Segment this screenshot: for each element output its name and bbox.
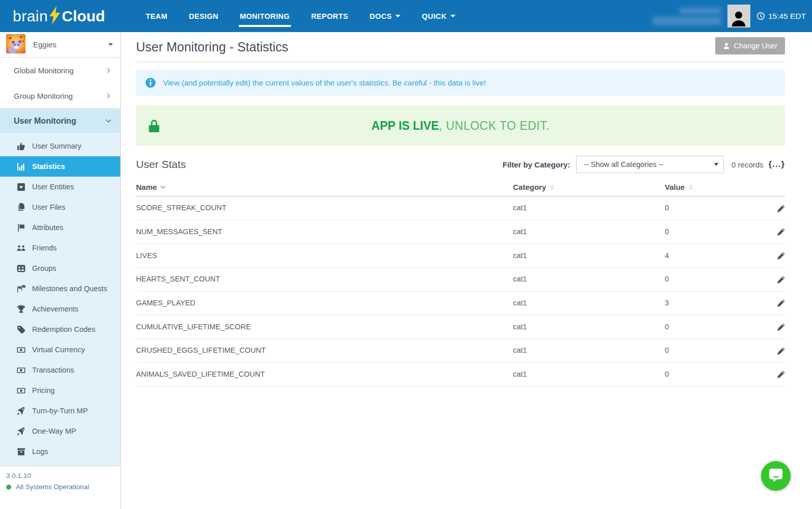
app-icon: [6, 34, 25, 55]
sidebar-item-user-entities[interactable]: User Entities: [0, 177, 120, 197]
user-stats-toolbar: User Stats Filter by Category: -- Show a…: [136, 153, 785, 176]
user-monitoring-menu: User Summary Statistics User Entities Us…: [0, 133, 120, 466]
sidebar-item-milestones-and-quests[interactable]: Milestones and Quests: [0, 278, 120, 299]
edit-icon[interactable]: [777, 370, 785, 379]
sort-by-category[interactable]: Category: [513, 183, 555, 191]
nav-design[interactable]: DESIGN: [178, 0, 229, 32]
stat-value: 4: [665, 244, 765, 268]
edit-icon[interactable]: [777, 346, 785, 355]
stat-value: 0: [665, 315, 765, 339]
user-stats-table: Name Category Value SCORE_STREAK_COUNT c…: [136, 178, 785, 386]
archive-icon: [17, 447, 25, 456]
caret-down-icon: [450, 15, 455, 17]
sidebar-section-user-monitoring[interactable]: User Monitoring: [0, 108, 120, 133]
table-row: HEARTS_SENT_COUNT cat1 0: [136, 268, 785, 292]
app-live-banner[interactable]: APP IS LIVE, UNLOCK TO EDIT.: [136, 105, 785, 146]
edit-icon[interactable]: [777, 251, 785, 260]
info-banner: View (and potentially edit) the current …: [136, 70, 785, 96]
nav-monitoring[interactable]: MONITORING: [229, 0, 301, 32]
sidebar-item-attributes[interactable]: Attributes: [0, 217, 120, 238]
logo-text-cloud: Cloud: [62, 8, 105, 25]
main-nav: TEAM DESIGN MONITORING REPORTS DOCS QUIC…: [135, 0, 466, 32]
sidebar-item-virtual-currency[interactable]: Virtual Currency: [0, 340, 120, 360]
clock-icon: [756, 12, 765, 20]
stat-name: HEARTS_SENT_COUNT: [136, 268, 513, 292]
sort-icon: [688, 184, 694, 191]
sort-desc-icon: [160, 184, 166, 190]
sidebar-item-friends[interactable]: Friends: [0, 238, 120, 258]
edit-icon[interactable]: [777, 299, 785, 307]
bar-chart-icon: [17, 162, 25, 171]
status-text: All Systems Operational: [16, 483, 89, 491]
lock-icon: [147, 119, 161, 133]
edit-icon[interactable]: [777, 322, 785, 331]
files-icon: [17, 203, 25, 212]
table-header-row: Name Category Value: [136, 178, 785, 196]
status-ok-icon: [6, 485, 11, 490]
chevron-down-icon: [105, 118, 112, 125]
table-row: SCORE_STREAK_COUNT cat1 0: [136, 196, 785, 220]
users-icon: [17, 244, 25, 252]
page-header: User Monitoring - Statistics: [136, 32, 785, 62]
nav-team[interactable]: TEAM: [135, 0, 178, 32]
edit-icon[interactable]: [777, 228, 785, 236]
sidebar-item-user-files[interactable]: User Files: [0, 197, 120, 217]
chevron-right-icon: [105, 93, 112, 99]
category-filter-select[interactable]: -- Show all Categories --: [576, 156, 724, 173]
sidebar-item-redemption-codes[interactable]: Redemption Codes: [0, 319, 120, 340]
stat-category: cat1: [513, 244, 665, 268]
sidebar-item-transactions[interactable]: Transactions: [0, 360, 120, 380]
caret-square-icon: [17, 183, 25, 191]
stat-category: cat1: [513, 291, 665, 315]
nav-quick[interactable]: QUICK: [411, 0, 466, 32]
redacted-username: [680, 8, 721, 14]
raw-json-button[interactable]: {...}: [769, 159, 785, 169]
tag-icon: [17, 325, 25, 334]
stat-name: LIVES: [136, 244, 513, 268]
sort-by-value[interactable]: Value: [665, 183, 694, 191]
rocket-icon: [17, 407, 25, 415]
sidebar-item-one-way-mp[interactable]: One-Way MP: [0, 421, 120, 441]
app-name: Eggies: [33, 40, 57, 49]
edit-icon[interactable]: [777, 204, 785, 212]
sidebar-item-global-monitoring[interactable]: Global Monitoring: [0, 58, 120, 83]
stat-value: 0: [665, 196, 765, 220]
stat-category: cat1: [513, 220, 665, 244]
table-row: GAMES_PLAYED cat1 3: [136, 291, 785, 315]
sidebar-item-pricing[interactable]: Pricing: [0, 380, 120, 401]
sidebar-item-logs[interactable]: Logs: [0, 441, 120, 462]
trophy-icon: [17, 305, 25, 314]
edit-icon[interactable]: [777, 275, 785, 284]
sidebar-item-turn-by-turn-mp[interactable]: Turn-by-Turn MP: [0, 401, 120, 421]
rocket-icon: [17, 427, 25, 436]
redacted-email: [653, 17, 721, 25]
avatar[interactable]: [727, 5, 750, 27]
filter-label: Filter by Category:: [503, 160, 571, 169]
sidebar-item-groups[interactable]: Groups: [0, 258, 120, 278]
records-count: 0 records: [732, 160, 764, 169]
stat-category: cat1: [513, 339, 665, 363]
time-text: 15:45 EDT: [768, 12, 806, 21]
sidebar-item-statistics[interactable]: Statistics: [0, 156, 120, 177]
sidebar-item-group-monitoring[interactable]: Group Monitoring: [0, 83, 120, 108]
stat-name: ANIMALS_SAVED_LIFETIME_COUNT: [136, 362, 513, 386]
stat-category: cat1: [513, 268, 665, 292]
sort-by-name[interactable]: Name: [136, 183, 166, 191]
stat-category: cat1: [513, 362, 665, 386]
nav-docs[interactable]: DOCS: [359, 0, 412, 32]
support-chat-button[interactable]: [761, 461, 791, 491]
sidebar-item-user-summary[interactable]: User Summary: [0, 136, 120, 156]
nav-reports[interactable]: REPORTS: [301, 0, 359, 32]
app-selector[interactable]: Eggies: [0, 32, 120, 58]
table-row: ANIMALS_SAVED_LIFETIME_COUNT cat1 0: [136, 362, 785, 386]
system-status-link[interactable]: All Systems Operational: [6, 483, 114, 491]
main-content: User Monitoring - Statistics Change User…: [121, 32, 812, 509]
topbar-right: 15:45 EDT: [653, 5, 812, 27]
stat-name: CRUSHED_EGGS_LIFETIME_COUNT: [136, 339, 513, 363]
info-banner-text: View (and potentially edit) the current …: [163, 78, 486, 87]
change-user-button[interactable]: Change User: [715, 37, 785, 54]
caret-down-icon: [714, 163, 718, 166]
sidebar-item-achievements[interactable]: Achievements: [0, 299, 120, 319]
braincloud-logo[interactable]: brain Cloud: [13, 6, 120, 26]
page-title: User Monitoring - Statistics: [136, 40, 288, 54]
